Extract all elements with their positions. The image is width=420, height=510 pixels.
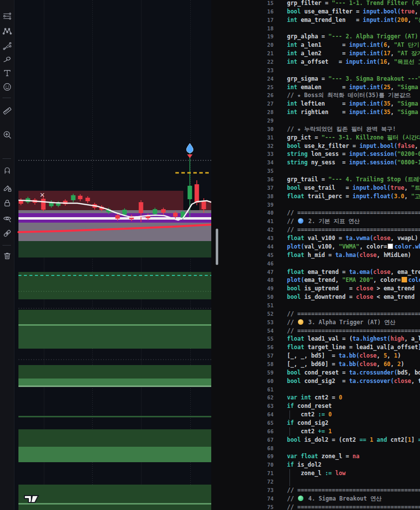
code-line [287, 301, 420, 310]
code-token: , [391, 361, 398, 368]
code-token: grp_alpha = [287, 33, 328, 40]
code-line: plot(ema_trend, "EMA 200", color=colo [287, 276, 420, 284]
code-token: ny_sess = [308, 159, 349, 166]
code-token: int [287, 84, 297, 91]
code-token: ema_trend_len = [297, 16, 363, 23]
code-token: cond_sig2 = [301, 378, 349, 384]
code-line: bool cond_reset = ta.crossunder(bd5, bd6 [287, 369, 420, 377]
code-line: grp_sigma = "--- 3. Sigma Breakout ---" [287, 75, 420, 83]
sell-triangle-marker-icon [187, 154, 193, 158]
zoom-in-icon[interactable] [0, 127, 14, 142]
ruler-icon[interactable] [0, 103, 14, 118]
line-number: 17 [211, 16, 274, 24]
code-token: close [359, 361, 377, 368]
code-editor[interactable]: 1516171819202122232425262728293031323334… [211, 0, 420, 510]
text-tool-icon[interactable] [0, 65, 14, 80]
chart-pane[interactable]: ✕ [14, 0, 211, 510]
code-line: float val_v100 = ta.vwma(close, vwapL) [287, 234, 420, 243]
color-swatch-orange-icon [402, 277, 407, 282]
code-line: float target_line = lead1_val[a_offset] [287, 343, 420, 352]
code-token: string [287, 159, 308, 166]
hide-drawings-icon[interactable] [0, 211, 14, 226]
code-line: zone_l := low [287, 469, 420, 478]
chart-scrollbar[interactable] [216, 229, 218, 265]
code-token: "--- 3-1. Killzone 필터 (시간대 [321, 134, 420, 141]
line-number: 53 [211, 318, 274, 327]
code-token: 35 [384, 100, 391, 107]
code-line [287, 24, 420, 33]
code-token: plot( [287, 243, 304, 250]
color-swatch-white-icon [388, 244, 393, 249]
line-number: 35 [211, 167, 274, 175]
line-number: 74 [211, 495, 274, 503]
xabcd-pattern-icon[interactable] [0, 23, 14, 38]
code-token: input.int( [349, 50, 384, 57]
line-number: 16 [211, 7, 274, 16]
code-line: // =====================================… [287, 310, 420, 318]
code-token [332, 470, 335, 477]
code-token: a_offset = [297, 58, 346, 65]
forecast-icon[interactable] [0, 38, 14, 53]
line-number: 55 [211, 335, 274, 343]
line-number: 75 [211, 503, 274, 510]
line-number: 57 [211, 352, 274, 360]
code-token: ] [411, 436, 418, 443]
link-tool-icon[interactable] [0, 226, 14, 241]
code-token: input.bool( [359, 142, 397, 149]
emoji-icon[interactable] [0, 79, 14, 94]
code-token: , [415, 8, 420, 15]
trend-line-tools-icon[interactable] [0, 8, 14, 23]
pine-script-code[interactable]: grp_filter = "--- 1-1. Trend Filter (주bo… [287, 0, 420, 510]
magnet-icon[interactable] [0, 162, 14, 177]
line-number: 19 [211, 32, 274, 41]
line-number: 63 [211, 402, 274, 410]
code-token: ta.bb( [339, 361, 360, 368]
code-token: h_mid = [304, 252, 335, 258]
code-token: 17 [384, 50, 391, 57]
code-line: [_, _, bd5] = ta.bb(close, 5, 1) [287, 352, 420, 360]
code-token: , color= [359, 243, 387, 250]
code-token: input.bool( [353, 184, 391, 191]
code-token: ) [398, 352, 401, 359]
code-line: float ema_trend = ta.ema(close, ema_tre [287, 268, 420, 276]
code-token: input.int( [349, 41, 384, 48]
candle [41, 199, 46, 210]
code-line: int a_offset = input.int(16, "목표선 고 [287, 58, 420, 66]
lock-all-icon[interactable] [0, 195, 14, 210]
code-line: grp_trail = "--- 4. Trailing Stop (트레일 [287, 175, 420, 184]
line-number: 69 [211, 452, 274, 461]
code-token [297, 453, 301, 460]
code-line: // =====================================… [287, 327, 420, 335]
code-token: ta.highest( [353, 335, 391, 342]
code-token: [_, _, bd5] = [287, 352, 339, 359]
drawing-lock-icon[interactable] [0, 180, 14, 195]
code-line: // 4. Sigma Breakout 연산 [287, 495, 420, 503]
code-token: 2 [398, 361, 401, 368]
code-token: , [387, 58, 394, 65]
line-number: 73 [211, 486, 274, 495]
code-line: int a_len1 = input.int(6, "AT 단기 고 [287, 41, 420, 49]
code-token: 200 [398, 16, 408, 23]
line-number: 41 [211, 217, 274, 226]
line-number: 60 [211, 377, 274, 385]
code-token: // =====================================… [287, 209, 420, 216]
line-number: 46 [211, 259, 274, 268]
cross-line-partial-icon[interactable] [0, 0, 14, 4]
code-line: string lon_sess = input.session("0200-0 [287, 150, 420, 158]
brush-icon[interactable] [0, 52, 14, 67]
code-token: bool [287, 142, 301, 149]
code-token: "Sigma 우 [398, 109, 420, 116]
code-token: target_line = lead1_val[a_offset] [304, 344, 420, 351]
code-line [287, 478, 420, 486]
code-line: float lead1_val = (ta.highest(high, a_le [287, 335, 420, 343]
line-number: 28 [211, 108, 274, 117]
code-token: , [391, 84, 398, 91]
tradingview-logo[interactable] [24, 495, 40, 505]
code-line: // ★ Boss의 최적화 데이터(35)를 기본값으 [287, 91, 420, 100]
code-token: ta.bb( [339, 352, 360, 359]
code-token: trail_perc = [304, 193, 353, 200]
remove-drawings-icon[interactable] [0, 248, 14, 263]
code-token: is_dol2 = (cnt2 [301, 436, 360, 443]
code-token: ) [401, 361, 405, 368]
code-token: 16 [380, 58, 387, 65]
